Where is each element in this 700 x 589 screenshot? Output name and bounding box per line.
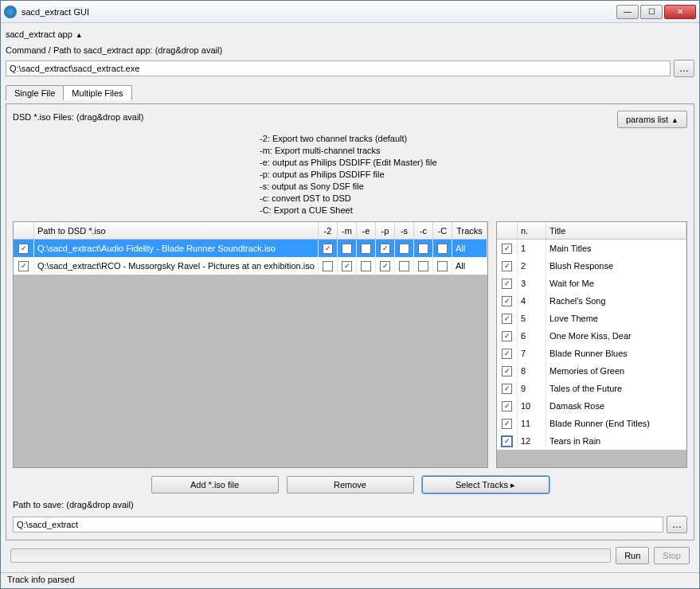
flag-s-checkbox[interactable] [399,244,409,254]
track-row[interactable]: 10 Damask Rose [497,397,686,415]
status-bar: Track info parsed [1,572,699,588]
track-checkbox[interactable] [502,349,512,359]
track-title: Blade Runner Blues [546,345,686,362]
flag-m-checkbox[interactable] [342,261,352,271]
section-app-label[interactable]: sacd_extract app [6,29,694,39]
flag-C-checkbox[interactable] [437,244,448,254]
track-number: 5 [518,310,546,327]
col-2[interactable]: -2 [319,222,338,239]
track-title: Rachel's Song [546,292,686,310]
track-checkbox[interactable] [502,384,512,394]
track-row[interactable]: 1 Main Titles [497,240,686,257]
track-checkbox[interactable] [502,314,512,324]
track-row[interactable]: 8 Memories of Green [497,362,686,380]
tab-multiple-files[interactable]: Multiple Files [63,85,131,100]
track-checkbox[interactable] [502,419,512,429]
col-path[interactable]: Path to DSD *.iso [34,222,319,239]
iso-row[interactable]: Q:\sacd_extract\Audio Fidelity - Blade R… [14,240,487,257]
track-checkbox[interactable] [502,366,512,376]
help-text: -2: Export two channel tracks (default)-… [260,133,687,216]
track-checkbox[interactable] [502,401,512,412]
tracks-cell: All [452,257,487,275]
flag-c-checkbox[interactable] [418,261,428,271]
track-row[interactable]: 9 Tales of the Future [497,380,686,397]
select-tracks-button[interactable]: Select Tracks ▸ [422,476,549,493]
tracks-table: n. Title 1 Main Titles 2 Blush Response … [496,221,687,468]
col-title[interactable]: Title [546,222,686,239]
row-checkbox[interactable] [18,244,29,254]
flag-p-checkbox[interactable] [380,261,390,271]
track-number: 7 [518,345,546,362]
stop-button[interactable]: Stop [654,547,690,564]
app-icon [4,6,17,18]
track-title: Blush Response [546,257,686,275]
track-title: Main Titles [546,240,686,257]
track-row[interactable]: 11 Blade Runner (End Titles) [497,415,686,432]
track-checkbox[interactable] [502,436,512,447]
track-title: Blade Runner (End Titles) [546,415,686,432]
track-number: 11 [518,415,546,432]
flag-e-checkbox[interactable] [361,244,371,254]
remove-button[interactable]: Remove [287,476,414,493]
track-row[interactable]: 5 Love Theme [497,310,686,327]
iso-path: Q:\sacd_extract\Audio Fidelity - Blade R… [34,240,319,257]
flag-e-checkbox[interactable] [361,261,371,271]
track-title: Memories of Green [546,362,686,380]
save-label: Path to save: (drag&drop avail) [13,500,687,509]
col-m[interactable]: -m [338,222,357,239]
tracks-cell: All [452,240,487,257]
track-row[interactable]: 2 Blush Response [497,257,686,275]
app-path-input[interactable] [6,60,671,76]
browse-save-button[interactable]: … [667,516,687,533]
track-row[interactable]: 4 Rachel's Song [497,292,686,310]
track-checkbox[interactable] [502,261,512,271]
close-button[interactable]: ✕ [664,5,696,19]
flag-c-checkbox[interactable] [418,244,428,254]
flag-C-checkbox[interactable] [437,261,448,271]
progress-bar [10,548,611,563]
tab-single-file[interactable]: Single File [6,85,64,100]
track-row[interactable]: 6 One More Kiss, Dear [497,327,686,345]
track-row[interactable]: 3 Wait for Me [497,275,686,292]
params-list-button[interactable]: params list [617,111,687,128]
maximize-button[interactable]: ☐ [640,5,663,19]
track-title: One More Kiss, Dear [546,327,686,345]
track-number: 6 [518,327,546,345]
track-number: 4 [518,292,546,310]
col-n[interactable]: n. [518,222,546,239]
iso-path: Q:\sacd_extract\RCO - Mussorgsky Ravel -… [34,257,319,275]
row-checkbox[interactable] [18,261,29,271]
track-checkbox[interactable] [502,279,512,289]
flag-2-checkbox[interactable] [323,261,333,271]
col-tracks[interactable]: Tracks [452,222,487,239]
add-iso-button[interactable]: Add *.iso file [151,476,279,493]
track-number: 3 [518,275,546,292]
track-checkbox[interactable] [502,296,512,306]
track-title: Wait for Me [546,275,686,292]
run-button[interactable]: Run [616,547,649,564]
track-checkbox[interactable] [502,244,512,254]
iso-row[interactable]: Q:\sacd_extract\RCO - Mussorgsky Ravel -… [14,257,487,275]
iso-table: Path to DSD *.iso -2 -m -e -p -s -c -C T… [13,221,488,468]
browse-app-button[interactable]: … [674,60,694,77]
track-row[interactable]: 12 Tears in Rain [497,432,686,450]
track-checkbox[interactable] [502,331,512,341]
flag-s-checkbox[interactable] [399,261,409,271]
col-e[interactable]: -e [357,222,376,239]
track-number: 2 [518,257,546,275]
flag-p-checkbox[interactable] [380,244,390,254]
col-p[interactable]: -p [376,222,395,239]
minimize-button[interactable]: — [616,5,639,19]
col-s[interactable]: -s [395,222,414,239]
window-title: sacd_extract GUI [22,7,616,17]
path-label: Command / Path to sacd_extract app: (dra… [6,45,694,55]
titlebar: sacd_extract GUI — ☐ ✕ [1,1,699,23]
flag-m-checkbox[interactable] [342,244,352,254]
col-C[interactable]: -C [433,222,452,239]
col-c[interactable]: -c [414,222,433,239]
track-row[interactable]: 7 Blade Runner Blues [497,345,686,362]
flag-2-checkbox[interactable] [323,244,333,254]
dsd-label: DSD *.iso Files: (drag&drop avail) [13,112,143,122]
track-title: Damask Rose [546,397,686,415]
save-path-input[interactable] [13,517,663,532]
